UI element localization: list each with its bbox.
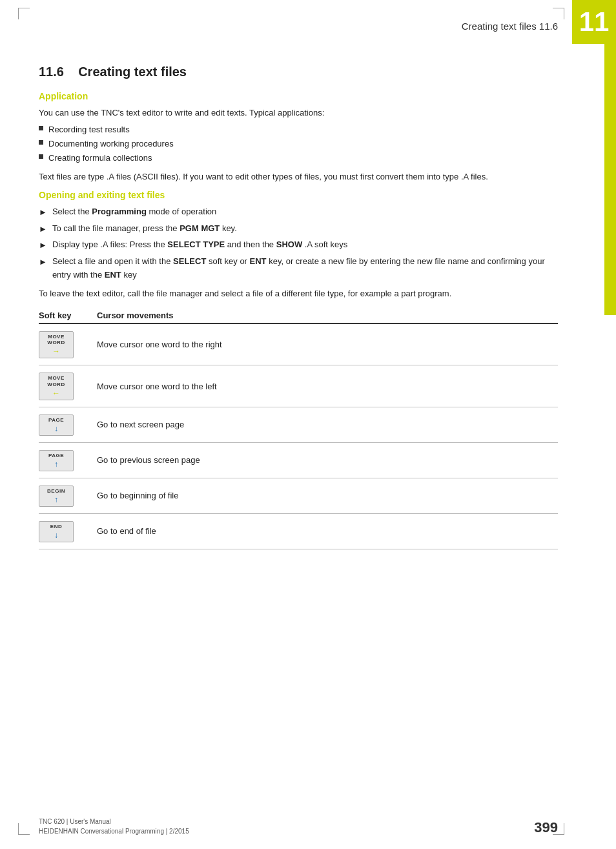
softkey-btn-page-up: PAGE ↑ — [39, 450, 74, 471]
bullet-marker-3 — [39, 154, 43, 159]
footer-page-number: 399 — [534, 819, 558, 836]
page: Creating text files 11.6 11 11.6 Creatin… — [0, 0, 616, 849]
arrow-text-3: Display type .A files: Press the SELECT … — [52, 238, 347, 252]
top-bar: Creating text files 11.6 11 — [0, 0, 616, 52]
softkey-btn-move-left: MOVE WORD ← — [39, 373, 74, 400]
softkey-btn-end: END ↓ — [39, 521, 74, 542]
bullet-text-1: Recording test results — [48, 123, 130, 136]
cursor-table: Soft key Cursor movements MOVE WORD → Mo… — [39, 308, 558, 549]
header-title-area: Creating text files 11.6 — [462, 21, 558, 32]
bullet-marker-2 — [39, 140, 43, 145]
bullet-item-3: Creating formula collections — [39, 152, 558, 165]
softkey-cell-5: BEGIN ↑ — [39, 478, 97, 513]
opening-closing-text: To leave the text editor, call the file … — [39, 287, 558, 300]
arrow-text-1: Select the Programming mode of operation — [52, 205, 216, 219]
header-title: Creating text files 11.6 — [462, 21, 558, 32]
cursor-desc-4: Go to previous screen page — [97, 442, 558, 478]
footer-line2: HEIDENHAIN Conversational Programming | … — [39, 826, 189, 836]
section-number: 11.6 — [39, 65, 64, 79]
table-row: PAGE ↓ Go to next screen page — [39, 407, 558, 442]
section-heading-text: Creating text files — [78, 65, 187, 79]
softkey-btn-page-down: PAGE ↓ — [39, 414, 74, 436]
arrow-marker-2: ► — [39, 223, 47, 236]
arrow-item-2: ► To call the file manager, press the PG… — [39, 222, 558, 236]
section-title: 11.6 Creating text files — [39, 65, 558, 79]
corner-mark-bottom-left — [18, 823, 30, 835]
bullet-text-2: Documenting working procedures — [48, 138, 174, 150]
table-header-softkey: Soft key — [39, 308, 97, 323]
table-row: MOVE WORD ← Move cursor one word to the … — [39, 365, 558, 407]
chapter-number: 11 — [572, 0, 616, 44]
bullet-item-2: Documenting working procedures — [39, 138, 558, 150]
arrow-marker-1: ► — [39, 206, 47, 220]
footer-left: TNC 620 | User's Manual HEIDENHAIN Conve… — [39, 817, 189, 836]
arrow-item-4: ► Select a file and open it with the SEL… — [39, 255, 558, 282]
table-row: PAGE ↑ Go to previous screen page — [39, 442, 558, 478]
bullet-marker-1 — [39, 126, 43, 130]
softkey-btn-move-right: MOVE WORD → — [39, 331, 74, 359]
subsection-opening-heading: Opening and exiting text files — [39, 190, 558, 200]
cursor-desc-3: Go to next screen page — [97, 407, 558, 442]
table-row: BEGIN ↑ Go to beginning of file — [39, 478, 558, 513]
softkey-btn-begin: BEGIN ↑ — [39, 486, 74, 507]
cursor-desc-2: Move cursor one word to the left — [97, 365, 558, 407]
cursor-desc-6: Go to end of file — [97, 513, 558, 549]
table-row: MOVE WORD → Move cursor one word to the … — [39, 323, 558, 365]
softkey-cell-6: END ↓ — [39, 513, 97, 549]
bullet-item-1: Recording test results — [39, 123, 558, 136]
table-header-cursor: Cursor movements — [97, 308, 558, 323]
table-row: END ↓ Go to end of file — [39, 513, 558, 549]
arrow-list: ► Select the Programming mode of operati… — [39, 205, 558, 282]
cursor-desc-5: Go to beginning of file — [97, 478, 558, 513]
softkey-cell-1: MOVE WORD → — [39, 323, 97, 365]
footer-line1: TNC 620 | User's Manual — [39, 817, 189, 826]
arrow-marker-4: ► — [39, 256, 47, 269]
arrow-text-4: Select a file and open it with the SELEC… — [52, 255, 558, 282]
arrow-marker-3: ► — [39, 239, 47, 252]
subsection-application-heading: Application — [39, 91, 558, 101]
arrow-item-3: ► Display type .A files: Press the SELEC… — [39, 238, 558, 252]
application-after-bullets: Text files are type .A files (ASCII file… — [39, 170, 558, 183]
softkey-cell-3: PAGE ↓ — [39, 407, 97, 442]
softkey-cell-2: MOVE WORD ← — [39, 365, 97, 407]
arrow-text-2: To call the file manager, press the PGM … — [52, 222, 237, 236]
arrow-item-1: ► Select the Programming mode of operati… — [39, 205, 558, 220]
softkey-cell-4: PAGE ↑ — [39, 442, 97, 478]
footer: TNC 620 | User's Manual HEIDENHAIN Conve… — [39, 817, 558, 836]
main-content: 11.6 Creating text files Application You… — [0, 52, 616, 588]
bullet-text-3: Creating formula collections — [48, 152, 152, 165]
application-intro: You can use the TNC's text editor to wri… — [39, 107, 558, 119]
cursor-desc-1: Move cursor one word to the right — [97, 323, 558, 365]
bullet-list: Recording test results Documenting worki… — [39, 123, 558, 165]
